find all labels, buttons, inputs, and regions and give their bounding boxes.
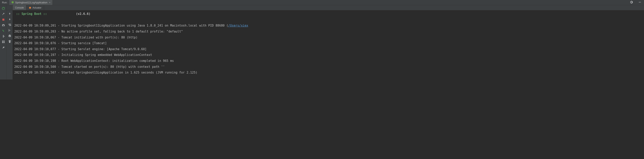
close-icon[interactable]: × <box>49 1 50 4</box>
log-line: 2022-04-09 10:59:09,201 - Starting Sprin… <box>14 23 642 29</box>
file-link[interactable]: /Users/xiex <box>228 24 248 27</box>
log-line: 2022-04-09 10:59:10,198 - Root WebApplic… <box>14 58 642 64</box>
log-line: 2022-04-09 10:59:09,203 - No active prof… <box>14 29 642 35</box>
log-line: 2022-04-09 10:59:10,507 - Started Spring… <box>14 70 642 76</box>
up-icon[interactable] <box>8 12 12 16</box>
svg-rect-4 <box>2 42 3 43</box>
gear-icon[interactable] <box>627 0 636 4</box>
soft-wrap-icon[interactable] <box>8 22 12 27</box>
run-config-tab[interactable]: Springboot11LogApplication × <box>9 0 52 5</box>
print-icon[interactable] <box>8 34 12 38</box>
log-line: 2022-04-09 10:59:10,067 - Tomcat initial… <box>14 35 642 41</box>
banner-text: :: Spring Boot :: <box>14 12 47 16</box>
pin-icon[interactable] <box>1 45 6 50</box>
console-tab-label: Console <box>15 6 24 9</box>
stop-button[interactable] <box>1 18 6 22</box>
console-output[interactable]: :: Spring Boot :: (v2.6.6) 2022-04-09 10… <box>13 10 644 80</box>
left-toolbar <box>0 5 7 80</box>
tab-console[interactable]: Console <box>13 5 26 10</box>
endpoints-icon[interactable] <box>1 28 6 33</box>
svg-rect-5 <box>4 42 4 43</box>
camera-icon[interactable] <box>1 23 6 27</box>
scroll-to-end-icon[interactable] <box>8 28 12 32</box>
tab-actuator[interactable]: Actuator <box>26 5 44 10</box>
svg-rect-0 <box>639 2 641 2</box>
rerun-button[interactable] <box>1 6 6 11</box>
console-toolbar <box>7 10 13 80</box>
tab-label: Springboot11LogApplication <box>15 1 48 4</box>
svg-rect-2 <box>2 41 3 42</box>
log-line: 2022-04-09 10:59:10,197 - Initializing S… <box>14 52 642 58</box>
banner-version: (v2.6.6) <box>76 12 90 16</box>
down-icon[interactable] <box>8 17 12 22</box>
run-label: Run: <box>0 1 9 4</box>
console-tabs: Console Actuator <box>7 5 644 10</box>
clear-icon[interactable] <box>8 39 12 44</box>
svg-rect-1 <box>2 19 4 20</box>
exit-icon[interactable] <box>1 34 6 38</box>
log-line: 2022-04-09 10:59:10,500 - Tomcat started… <box>14 64 642 70</box>
log-line: 2022-04-09 10:59:10,076 - Starting servi… <box>14 40 642 46</box>
log-line: 2022-04-09 10:59:10,077 - Starting Servl… <box>14 46 642 52</box>
hide-icon[interactable] <box>636 1 644 4</box>
spring-boot-icon <box>11 1 14 4</box>
actuator-tab-label: Actuator <box>32 6 42 9</box>
actuator-icon <box>29 6 31 9</box>
svg-rect-3 <box>4 41 4 42</box>
tool-window-header: Run: Springboot11LogApplication × <box>0 0 644 5</box>
wrench-icon[interactable] <box>1 12 6 16</box>
layout-icon[interactable] <box>1 40 6 44</box>
